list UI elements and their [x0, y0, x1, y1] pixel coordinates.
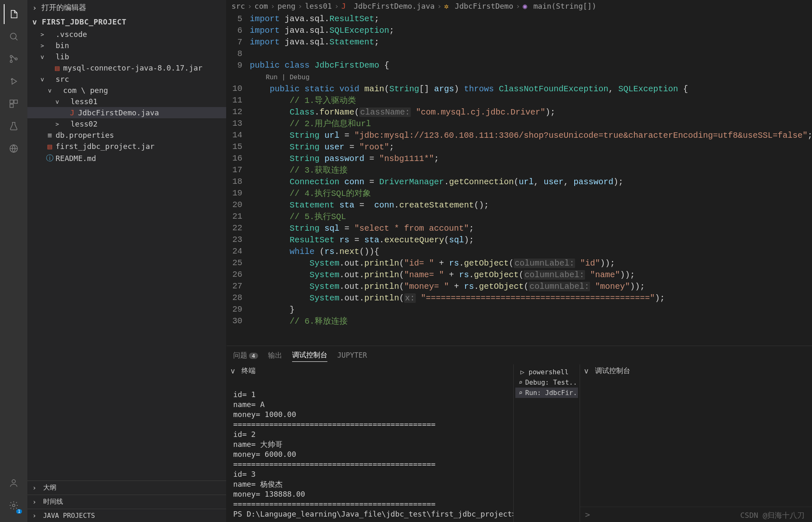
- sidebar-section[interactable]: › JAVA PROJECTS: [27, 509, 226, 522]
- activity-search-icon[interactable]: [4, 27, 24, 46]
- activity-account-icon[interactable]: [4, 473, 24, 493]
- activity-test-icon[interactable]: [4, 116, 24, 136]
- terminal-list: ▷powershell⌕Debug: Test...⌕Run: JdbcFir.…: [513, 364, 580, 522]
- file-icon: ▤: [46, 142, 54, 151]
- tree-item[interactable]: JJdbcFirstDemo.java: [27, 107, 226, 118]
- bc-src[interactable]: src: [232, 2, 245, 10]
- tree-item[interactable]: ⓘREADME.md: [27, 152, 226, 164]
- tree-item[interactable]: vlib: [27, 51, 226, 62]
- watermark: CSDN @归海十八刀: [740, 510, 805, 520]
- breadcrumb[interactable]: src› com› peng› less01› J JdbcFirstDemo.…: [227, 0, 812, 12]
- tree-label: src: [56, 75, 69, 83]
- tree-item[interactable]: >.vscode: [27, 29, 226, 40]
- activity-scm-icon[interactable]: [4, 49, 24, 69]
- codelens[interactable]: Run | Debug: [250, 74, 310, 81]
- file-icon: ▤: [53, 63, 61, 72]
- terminal-item-label: Debug: Test...: [525, 378, 578, 386]
- terminal-list-item[interactable]: ▷powershell: [515, 367, 578, 377]
- tree-item[interactable]: vsrc: [27, 73, 226, 85]
- terminal-list-item[interactable]: ⌕Debug: Test...: [515, 377, 578, 388]
- svg-rect-5: [10, 100, 13, 103]
- debug-console-title: 调试控制台: [595, 366, 630, 376]
- activity-settings-icon[interactable]: [4, 495, 24, 515]
- terminal-item-icon: ⌕: [519, 378, 523, 386]
- code-content[interactable]: import java.sql.ResultSet;import java.sq…: [250, 12, 812, 346]
- line-gutter: 56789 1011121314151617181920212223242526…: [227, 12, 250, 346]
- project-name: FIRST_JDBC_PROJECT: [42, 17, 127, 26]
- param-hint: x:: [404, 293, 416, 303]
- tab-debug-console[interactable]: 调试控制台: [292, 349, 327, 362]
- debug-console-header[interactable]: v 调试控制台: [580, 364, 812, 377]
- tree-label: less01: [71, 97, 98, 106]
- svg-rect-6: [14, 100, 17, 103]
- terminal-output[interactable]: id= 1 name= A money= 1000.00 ===========…: [227, 377, 513, 522]
- file-icon: ≡: [46, 131, 54, 139]
- panel-body: v 终端 id= 1 name= A money= 1000.00 ======…: [227, 364, 812, 522]
- sidebar-section[interactable]: › 大纲: [27, 481, 226, 495]
- param-hint: columnLabel:: [524, 270, 585, 280]
- activity-bar: [0, 0, 27, 522]
- editor-area: src› com› peng› less01› J JdbcFirstDemo.…: [227, 0, 812, 522]
- file-tree: >.vscode>binvlib▤mysql-connector-java-8.…: [27, 29, 226, 481]
- sidebar: › 打开的编辑器 v FIRST_JDBC_PROJECT >.vscode>b…: [27, 0, 227, 522]
- sidebar-section[interactable]: › 时间线: [27, 495, 226, 509]
- terminal-list-item[interactable]: ⌕Run: JdbcFir...: [515, 388, 578, 398]
- bc-com[interactable]: com: [254, 2, 268, 10]
- debug-console-panel: v 调试控制台 >: [580, 364, 812, 522]
- tree-label: mysql-connector-java-8.0.17.jar: [63, 63, 202, 72]
- svg-point-3: [15, 58, 17, 60]
- tree-label: lib: [56, 52, 69, 61]
- file-icon: J: [68, 108, 76, 117]
- svg-rect-7: [10, 104, 13, 107]
- param-hint: className:: [359, 107, 411, 117]
- activity-extensions-icon[interactable]: [4, 94, 24, 114]
- param-hint: columnLabel:: [529, 282, 590, 291]
- panel-tabs: 问题4 输出 调试控制台 JUPYTER: [227, 346, 812, 364]
- tree-item[interactable]: ▤mysql-connector-java-8.0.17.jar: [27, 62, 226, 73]
- tree-item[interactable]: >bin: [27, 40, 226, 51]
- terminal-item-label: powershell: [529, 368, 568, 376]
- svg-point-10: [12, 504, 15, 507]
- terminal-title: 终端: [241, 366, 256, 376]
- bc-class[interactable]: ✲ JdbcFirstDemo: [444, 2, 513, 10]
- tree-label: bin: [56, 41, 69, 50]
- project-header[interactable]: v FIRST_JDBC_PROJECT: [27, 15, 226, 29]
- activity-remote-icon[interactable]: [4, 139, 24, 159]
- param-hint: columnLabel:: [514, 259, 575, 268]
- bc-method[interactable]: ◉ main(String[]): [523, 2, 596, 10]
- tree-label: first_jdbc_project.jar: [56, 142, 154, 151]
- tree-label: com \ peng: [63, 86, 108, 95]
- terminal-item-label: Run: JdbcFir...: [525, 389, 578, 397]
- svg-point-4: [11, 79, 12, 80]
- tree-item[interactable]: vless01: [27, 96, 226, 107]
- svg-point-9: [12, 480, 15, 483]
- bc-less01[interactable]: less01: [305, 2, 332, 10]
- tree-item[interactable]: ≡db.properties: [27, 129, 226, 141]
- tree-item[interactable]: >less02: [27, 118, 226, 129]
- tab-output[interactable]: 输出: [268, 349, 282, 362]
- open-editors-header[interactable]: › 打开的编辑器: [27, 0, 226, 15]
- svg-point-1: [10, 56, 12, 58]
- bc-file[interactable]: J JdbcFirstDemo.java: [341, 2, 435, 10]
- tab-problems[interactable]: 问题4: [233, 349, 258, 362]
- terminal-header[interactable]: v 终端: [227, 364, 513, 377]
- svg-point-0: [10, 33, 16, 39]
- tree-label: less02: [71, 120, 98, 128]
- terminal-item-icon: ⌕: [519, 389, 523, 397]
- file-icon: ⓘ: [46, 153, 54, 163]
- bc-peng[interactable]: peng: [278, 2, 295, 10]
- activity-debug-icon[interactable]: [4, 71, 24, 91]
- java-file-icon: J: [341, 2, 346, 10]
- tree-label: README.md: [56, 154, 96, 163]
- tree-label: db.properties: [56, 131, 114, 139]
- tree-label: JdbcFirstDemo.java: [78, 108, 159, 117]
- problems-badge: 4: [249, 353, 258, 359]
- tree-item[interactable]: vcom \ peng: [27, 85, 226, 96]
- open-editors-label: 打开的编辑器: [41, 2, 86, 12]
- terminal-item-icon: ▷: [519, 368, 526, 376]
- tab-jupyter[interactable]: JUPYTER: [337, 349, 367, 361]
- tree-item[interactable]: ▤first_jdbc_project.jar: [27, 141, 226, 152]
- code-editor[interactable]: 56789 1011121314151617181920212223242526…: [227, 12, 812, 346]
- activity-files-icon[interactable]: [4, 4, 24, 24]
- svg-point-2: [10, 61, 12, 63]
